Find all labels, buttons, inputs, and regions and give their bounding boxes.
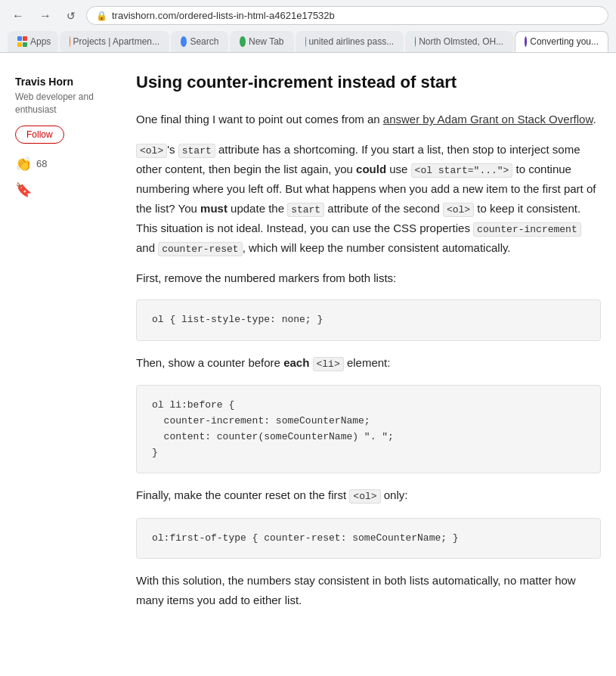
article-body: Using counter-increment instead of start…: [121, 68, 601, 638]
converting-favicon: [525, 36, 527, 47]
sidebar-actions: 👏 68 🔖: [15, 156, 121, 198]
ol-code-2: <ol>: [443, 203, 474, 217]
counter-reset-code: counter-reset: [158, 242, 242, 256]
p2-bold-could: could: [356, 163, 386, 175]
paragraph-5: Finally, make the counter reset on the f…: [136, 485, 601, 505]
p5-text-before: Finally, make the counter reset on the f…: [136, 488, 349, 501]
tab-search[interactable]: Search: [171, 31, 228, 52]
p2-text-9: , which will keep the number consistent …: [243, 241, 511, 254]
united-favicon: [305, 36, 306, 47]
tab-newtab-label: New Tab: [249, 36, 283, 47]
paragraph-4: Then, show a counter before each <li> el…: [136, 353, 601, 373]
p4-bold-each: each: [283, 356, 309, 369]
p4-text-before: Then, show a counter before: [136, 356, 283, 369]
reload-button[interactable]: ↺: [62, 8, 80, 23]
clap-icon: 👏: [15, 156, 32, 172]
paragraph-1: One final thing I want to point out come…: [136, 110, 601, 129]
tab-northolmsted[interactable]: North Olmsted, OH...: [405, 31, 513, 52]
start-attr-code: start: [178, 144, 215, 158]
paragraph-2: <ol>'s start attribute has a shortcoming…: [136, 140, 601, 258]
ol-start-code: <ol start="...">: [411, 163, 513, 178]
author-bio: Web developer and enthusiast: [15, 91, 121, 116]
search-favicon: [181, 36, 187, 47]
p1-text-after: .: [593, 113, 596, 126]
p2-bold-must: must: [200, 202, 228, 215]
browser-chrome: ← → ↺ 🔒 travishorn.com/ordered-lists-in-…: [0, 0, 616, 53]
tab-newtab[interactable]: New Tab: [230, 31, 293, 52]
bookmark-action[interactable]: 🔖: [15, 181, 121, 198]
p2-text-5: update the: [228, 202, 287, 215]
tab-united[interactable]: united airlines pass...: [296, 31, 404, 52]
li-tag-code: <li>: [313, 357, 344, 371]
tab-projects[interactable]: Projects | Apartmen...: [60, 31, 169, 52]
paragraph-6: With this solution, the numbers stay con…: [136, 571, 601, 609]
address-bar[interactable]: 🔒 travishorn.com/ordered-lists-in-html-a…: [86, 6, 608, 25]
author-name: Travis Horn: [15, 76, 121, 88]
tab-northolmsted-label: North Olmsted, OH...: [419, 36, 503, 47]
stackoverflow-link[interactable]: answer by Adam Grant on Stack Overflow: [383, 113, 593, 126]
projects-favicon: [70, 36, 70, 47]
northolmsted-favicon: [415, 36, 416, 47]
clap-action[interactable]: 👏 68: [15, 156, 121, 172]
tab-projects-label: Projects | Apartmen...: [73, 36, 160, 47]
apps-favicon: [17, 36, 27, 47]
tab-united-label: united airlines pass...: [308, 36, 394, 47]
tabs-bar: Apps Projects | Apartmen... Search New T…: [0, 31, 616, 52]
code-block-1: ol { list-style-type: none; }: [136, 299, 601, 341]
ol-tag-code: <ol>: [136, 144, 167, 158]
tab-search-label: Search: [190, 36, 218, 47]
bookmark-icon: 🔖: [15, 181, 32, 198]
forward-button[interactable]: →: [35, 8, 56, 24]
paragraph-3: First, remove the numbered markers from …: [136, 268, 601, 288]
tab-apps[interactable]: Apps: [8, 31, 58, 52]
tab-apps-label: Apps: [30, 36, 51, 47]
code-block-2: ol li:before { counter-increment: someCo…: [136, 385, 601, 473]
p2-text-6: attribute of the second: [324, 202, 443, 215]
tab-converting-label: Converting you...: [530, 36, 599, 47]
start-code-2: start: [287, 203, 324, 217]
ol-code-p5: <ol>: [349, 489, 380, 504]
p5-text-after: only:: [381, 488, 408, 501]
page-content: Travis Horn Web developer and enthusiast…: [0, 53, 616, 653]
nav-bar: ← → ↺ 🔒 travishorn.com/ordered-lists-in-…: [0, 0, 616, 31]
lock-icon: 🔒: [96, 11, 107, 21]
sidebar: Travis Horn Web developer and enthusiast…: [15, 68, 121, 638]
counter-increment-code: counter-increment: [473, 222, 581, 237]
p1-text-before: One final thing I want to point out come…: [136, 113, 383, 126]
code-block-3: ol:first-of-type { counter-reset: someCo…: [136, 518, 601, 560]
clap-count: 68: [36, 158, 47, 169]
p4-text-after: element:: [344, 356, 391, 369]
tab-converting[interactable]: Converting you...: [515, 31, 608, 52]
p2-text-3: use: [386, 163, 411, 175]
follow-button[interactable]: Follow: [15, 126, 64, 144]
p2-text-1: 's: [167, 143, 178, 156]
article-heading: Using counter-increment instead of start: [136, 68, 601, 96]
newtab-favicon: [240, 36, 246, 47]
p2-text-8: and: [136, 241, 158, 254]
url-text: travishorn.com/ordered-lists-in-html-a46…: [112, 10, 335, 21]
back-button[interactable]: ←: [8, 8, 29, 24]
p4-space: [309, 356, 312, 369]
